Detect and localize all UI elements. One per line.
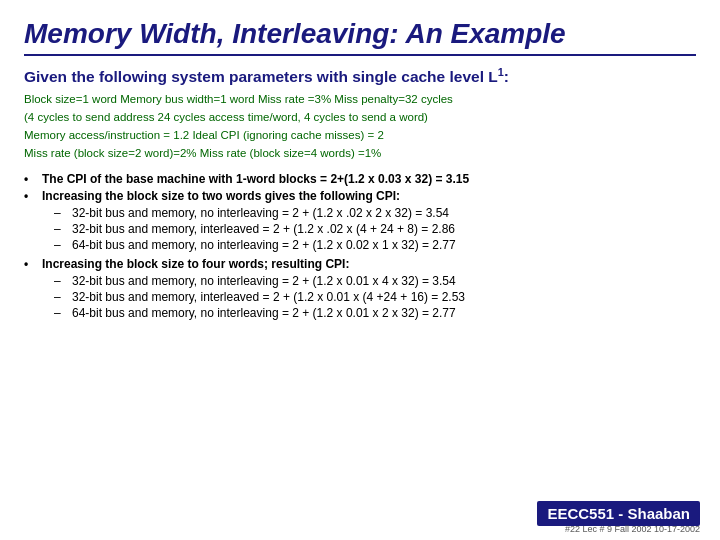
bullet-3-sub-1: – 32-bit bus and memory, no interleaving… xyxy=(54,274,696,288)
param-line-1: Block size=1 word Memory bus width=1 wor… xyxy=(24,91,696,109)
bullet-3-subs: – 32-bit bus and memory, no interleaving… xyxy=(54,274,696,320)
slide: Memory Width, Interleaving: An Example G… xyxy=(0,0,720,540)
params-block: Block size=1 word Memory bus width=1 wor… xyxy=(24,91,696,162)
bullet-dot-3: • xyxy=(24,257,42,271)
bullet-2: • Increasing the block size to two words… xyxy=(24,189,696,203)
bullet-1-text: The CPI of the base machine with 1-word … xyxy=(42,172,469,186)
bullet-dot-1: • xyxy=(24,172,42,186)
bullet-3: • Increasing the block size to four word… xyxy=(24,257,696,271)
param-line-2: (4 cycles to send address 24 cycles acce… xyxy=(24,109,696,127)
param-line-3: Memory access/instruction = 1.2 Ideal CP… xyxy=(24,127,696,145)
bullet-3-sub-3: – 64-bit bus and memory, no interleaving… xyxy=(54,306,696,320)
bullet-1: • The CPI of the base machine with 1-wor… xyxy=(24,172,696,186)
footer-info: #22 Lec # 9 Fall 2002 10-17-2002 xyxy=(565,524,700,534)
footer-brand: EECC551 - Shaaban xyxy=(537,501,700,526)
bullets-section: • The CPI of the base machine with 1-wor… xyxy=(24,172,696,320)
bullet-2-text: Increasing the block size to two words g… xyxy=(42,189,400,203)
bullet-3-text: Increasing the block size to four words;… xyxy=(42,257,349,271)
bullet-2-sub-1: – 32-bit bus and memory, no interleaving… xyxy=(54,206,696,220)
bullet-2-sub-3: – 64-bit bus and memory, no interleaving… xyxy=(54,238,696,252)
bullet-2-subs: – 32-bit bus and memory, no interleaving… xyxy=(54,206,696,252)
bullet-3-sub-2: – 32-bit bus and memory, interleaved = 2… xyxy=(54,290,696,304)
slide-title: Memory Width, Interleaving: An Example xyxy=(24,18,696,56)
bullet-2-sub-2: – 32-bit bus and memory, interleaved = 2… xyxy=(54,222,696,236)
bullet-dot-2: • xyxy=(24,189,42,203)
slide-subtitle: Given the following system parameters wi… xyxy=(24,66,696,86)
param-line-4: Miss rate (block size=2 word)=2% Miss ra… xyxy=(24,145,696,163)
